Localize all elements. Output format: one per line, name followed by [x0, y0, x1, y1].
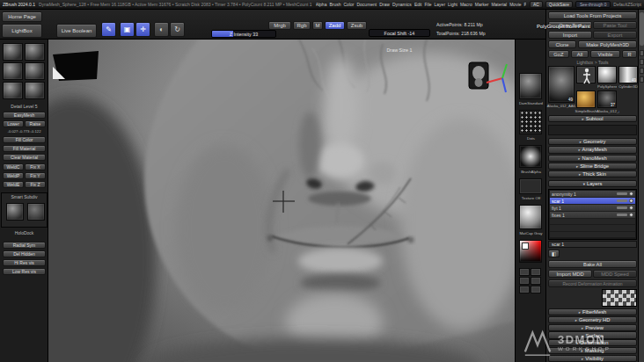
goz-r-button[interactable]: R: [622, 50, 637, 58]
scrollbar-thumb[interactable]: [640, 12, 644, 46]
panel-section-header[interactable]: FiberMesh: [548, 308, 637, 315]
shelf-mini-icon[interactable]: [519, 268, 530, 276]
menu-item[interactable]: Movie: [509, 2, 521, 7]
see-through-slider[interactable]: See-through 0: [575, 1, 611, 8]
export-button[interactable]: Export: [593, 31, 637, 39]
record-deformation-button[interactable]: Record Deformation Animation: [548, 279, 637, 287]
sculpt-render[interactable]: [48, 40, 515, 362]
menu-item[interactable]: Light: [448, 2, 457, 7]
focal-shift-slider[interactable]: Focal Shift -14: [369, 29, 430, 37]
welde-button[interactable]: WeldE: [3, 181, 24, 188]
lightbox-tools-label[interactable]: Lightbox > Tools: [548, 60, 637, 65]
current-alpha-thumbnail[interactable]: [519, 145, 542, 168]
menu-item[interactable]: Alpha: [316, 2, 327, 7]
goz-visible-button[interactable]: Visible: [590, 50, 620, 58]
color-picker[interactable]: [519, 240, 542, 263]
fill-color-button[interactable]: Fill Color: [3, 136, 46, 143]
quick-brush-thumbnail[interactable]: [3, 62, 23, 80]
layer-tool-icon[interactable]: ◧: [548, 250, 560, 257]
menu-item[interactable]: Dynamics: [392, 2, 412, 7]
edit-mode-button[interactable]: ✎: [101, 22, 116, 37]
shelf-mini-icon[interactable]: [531, 268, 541, 276]
current-material-thumbnail[interactable]: [519, 205, 542, 229]
panel-section-header[interactable]: ArrayMesh: [548, 146, 637, 153]
menu-item[interactable]: Color: [344, 2, 355, 7]
current-tool-thumbnail[interactable]: 49: [548, 66, 574, 103]
tray-icon[interactable]: [640, 68, 644, 74]
rgb-button[interactable]: Rgb: [293, 21, 311, 30]
import-mdd-button[interactable]: Import MDD: [548, 270, 592, 278]
layer-row[interactable]: anonymity 1: [550, 191, 635, 198]
easymesh-button[interactable]: EasyMesh: [3, 112, 46, 119]
menu-item[interactable]: Document: [356, 2, 377, 7]
menu-item[interactable]: Draw: [379, 2, 390, 7]
layer-visibility-icon[interactable]: [629, 206, 633, 210]
layer-intensity-slider[interactable]: [617, 214, 627, 216]
layers-section-header[interactable]: Layers: [548, 180, 637, 187]
mrgb-button[interactable]: Mrgb: [268, 21, 291, 30]
smart-subdiv-thumbnail[interactable]: [27, 203, 45, 221]
polysphere-thumbnail[interactable]: [597, 66, 617, 83]
import-button[interactable]: Import: [548, 31, 592, 39]
panel-section-header[interactable]: Slime Bridge: [548, 163, 637, 170]
weldc-button[interactable]: WeldC: [3, 163, 24, 170]
lower-button[interactable]: Lower: [3, 120, 24, 127]
viewport[interactable]: [48, 40, 515, 362]
layer-row[interactable]: fixes 1: [550, 212, 635, 219]
shelf-mini-icon[interactable]: [531, 277, 541, 285]
m-button[interactable]: M: [312, 21, 323, 30]
shelf-mini-icon[interactable]: [519, 286, 530, 293]
fill-material-button[interactable]: Fill Material: [3, 145, 46, 152]
layer-intensity-slider[interactable]: [617, 199, 627, 202]
panel-section-header[interactable]: Geometry: [548, 138, 637, 145]
layer-intensity-slider[interactable]: [617, 192, 627, 195]
z-intensity-slider[interactable]: Z Intensity 33: [211, 30, 276, 38]
move-mode-button[interactable]: ✛: [135, 22, 150, 37]
low-res-vis-button[interactable]: Low Res vis: [3, 268, 46, 275]
mdd-speed-button[interactable]: MDD Speed: [593, 270, 637, 278]
draw-mode-button[interactable]: ▣: [120, 22, 135, 37]
menu-item[interactable]: File: [425, 2, 432, 7]
current-texture-thumbnail[interactable]: [519, 178, 542, 194]
zsub-button[interactable]: Zsub: [347, 21, 367, 30]
panel-section-header[interactable]: Thick Skin: [548, 170, 637, 177]
panel-section-header[interactable]: Geometry HD: [548, 316, 637, 323]
bake-all-button[interactable]: Bake All: [548, 260, 637, 268]
tray-icon[interactable]: [640, 76, 644, 83]
layer-row[interactable]: scar 1: [550, 198, 635, 205]
layer-visibility-icon[interactable]: [629, 192, 633, 196]
layer-visibility-icon[interactable]: [629, 199, 633, 203]
clear-material-button[interactable]: Clear Material: [3, 154, 46, 161]
layer-visibility-icon[interactable]: [629, 213, 633, 217]
quicksave-button[interactable]: QuickSave: [545, 1, 573, 8]
panel-section-header[interactable]: NanoMesh: [548, 155, 637, 162]
quick-brush-thumbnail[interactable]: [25, 82, 45, 99]
goz-all-button[interactable]: All: [571, 50, 589, 58]
rotate-mode-button[interactable]: ↻: [170, 22, 185, 37]
live-boolean-button[interactable]: Live Boolean: [56, 24, 97, 38]
selected-layer-name-field[interactable]: scar 1: [548, 241, 637, 248]
current-brush-thumbnail[interactable]: [519, 73, 542, 99]
goz-button[interactable]: GoZ: [548, 50, 569, 58]
raise-button[interactable]: Raise: [25, 120, 46, 127]
menu-item[interactable]: Edit: [414, 2, 422, 7]
clone-button[interactable]: Clone: [548, 40, 576, 48]
radial-sym-button[interactable]: Radial Sym: [3, 242, 46, 249]
tray-icon[interactable]: [640, 59, 644, 65]
fix-x-button[interactable]: Fix X: [25, 163, 46, 170]
tray-icon[interactable]: [640, 50, 644, 56]
menu-item[interactable]: Material: [491, 2, 507, 7]
zadd-button[interactable]: Zadd: [325, 21, 345, 30]
subtool-section-header[interactable]: Subtool: [548, 115, 637, 122]
quick-brush-thumbnail[interactable]: [3, 43, 23, 61]
quick-brush-thumbnail[interactable]: [25, 43, 45, 61]
mannequin-tool-thumbnail[interactable]: [576, 66, 596, 83]
load-tools-button[interactable]: Load Tools From Projects: [548, 11, 637, 19]
ac-button[interactable]: AC: [530, 1, 543, 8]
shelf-mini-icon[interactable]: [531, 286, 541, 293]
hi-res-vis-button[interactable]: Hi Res vis: [3, 259, 46, 266]
alaska-tool-thumbnail[interactable]: 37: [597, 90, 617, 108]
displacement-preview-swatch[interactable]: [602, 289, 637, 307]
home-page-button[interactable]: Home Page: [2, 11, 42, 22]
layer-intensity-slider[interactable]: [617, 206, 627, 209]
